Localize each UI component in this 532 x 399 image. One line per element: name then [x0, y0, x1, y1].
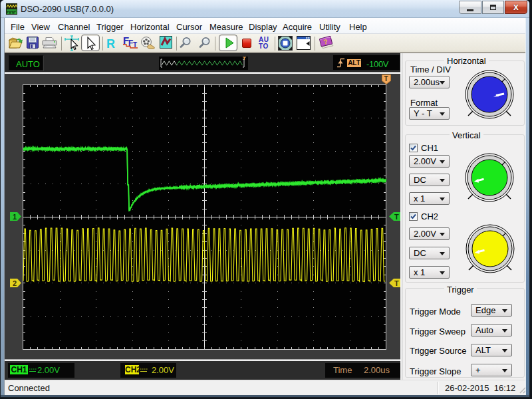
- svg-text:T: T: [394, 213, 399, 221]
- svg-text:T: T: [384, 75, 388, 82]
- svg-text:1: 1: [13, 213, 17, 221]
- svg-text:2: 2: [13, 279, 17, 287]
- svg-text:T: T: [133, 41, 137, 49]
- svg-text:T: T: [394, 279, 399, 287]
